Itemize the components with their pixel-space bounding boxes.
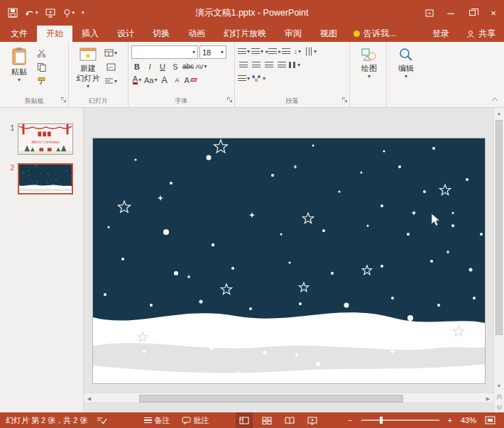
comment-icon [182,417,191,424]
shrink-font-button[interactable]: A [171,74,182,86]
tab-view[interactable]: 视图 [311,26,346,42]
slide-canvas[interactable] [92,138,486,384]
new-slide-dropdown-icon[interactable]: ▾ [87,84,89,89]
start-slideshow-button[interactable] [43,7,57,19]
tab-design[interactable]: 设计 [108,26,143,42]
tab-transitions[interactable]: 切换 [143,26,179,42]
drawing-button[interactable]: 绘图 ▾ [353,44,385,95]
font-name-combobox[interactable]: ▾ [131,45,198,59]
zoom-percentage[interactable]: 43% [461,416,476,424]
zoom-in-button[interactable]: + [445,412,455,428]
line-spacing-button[interactable]: ↕▾ [292,45,303,57]
ribbon-display-options-button[interactable] [419,0,440,26]
slide-2-thumbnail[interactable] [18,163,73,194]
horizontal-scroll-thumb[interactable] [139,395,403,402]
horizontal-scrollbar[interactable]: ◀ ▶ [84,393,493,403]
zoom-slider[interactable] [361,419,439,421]
slideshow-icon [45,9,55,18]
numbering-button[interactable]: ▾ [251,45,263,57]
slide-layout-button[interactable]: ▾ [104,47,117,59]
underline-button[interactable]: U [157,60,168,72]
columns-button[interactable]: ▾ [289,59,300,71]
paste-dropdown-icon[interactable]: ▾ [18,77,21,82]
text-shadow-button[interactable]: S [170,60,181,72]
previous-slide-button[interactable] [494,391,504,402]
increase-indent-button[interactable]: ▸ [278,45,290,57]
align-right-button[interactable] [263,59,275,71]
format-painter-button[interactable] [35,75,47,87]
italic-button[interactable]: I [144,60,155,72]
scroll-left-button[interactable]: ◀ [84,393,94,404]
decrease-indent-button[interactable]: ◂ [265,45,277,57]
editing-button[interactable]: 编辑 ▾ [390,44,422,95]
scroll-up-button[interactable]: ▲ [494,108,504,119]
align-left-button[interactable] [238,59,249,71]
touch-mouse-mode-button[interactable]: ▾ [60,7,77,19]
grow-font-button[interactable]: A [158,74,170,86]
bullets-button[interactable]: ▾ [238,45,250,57]
comments-button[interactable]: 批注 [179,412,212,428]
tab-slideshow[interactable]: 幻灯片放映 [214,26,275,42]
tab-file[interactable]: 文件 [1,26,37,42]
reading-view-button[interactable] [281,412,298,428]
numbering-caret-icon: ▾ [261,49,263,54]
spell-check-icon [97,416,107,424]
align-text-button[interactable]: ▾ [238,72,250,84]
tab-insert[interactable]: 插入 [72,26,108,42]
font-size-combobox[interactable]: 18 ▾ [199,45,226,59]
slide-1-thumbnail[interactable]: Merry Christmas [18,124,73,155]
vertical-scroll-track[interactable] [494,119,504,380]
strikethrough-button[interactable]: abc [182,60,194,72]
text-direction-button[interactable]: ▾ [305,45,317,57]
touch-mode-icon [62,9,72,18]
minimize-button[interactable]: ─ [440,0,461,26]
scroll-right-button[interactable]: ▶ [483,393,493,404]
spell-check-button[interactable] [94,412,110,428]
slide-1-item[interactable]: 1 Merry Christmas [0,124,83,155]
maximize-button[interactable] [461,0,483,26]
cut-button[interactable] [35,47,47,59]
bold-button[interactable]: B [131,60,143,72]
collapse-ribbon-button[interactable] [491,92,498,104]
fit-slide-to-window-button[interactable] [482,412,498,428]
tab-review[interactable]: 审阅 [275,26,311,42]
new-slide-button[interactable]: 新建 幻灯片 ▾ [72,44,104,95]
customize-qat-button[interactable]: ▾ [80,9,87,17]
next-slide-button[interactable] [494,402,504,412]
undo-button[interactable]: ▾ [23,7,40,18]
justify-button[interactable] [276,59,287,71]
reading-view-icon [285,417,295,424]
sign-in-button[interactable]: 登录 [424,26,458,42]
clear-formatting-button[interactable]: A [184,74,196,86]
share-button[interactable]: 共享 [458,26,504,42]
copy-button[interactable] [35,61,47,73]
save-button[interactable] [6,6,20,19]
slideshow-view-button[interactable] [304,412,321,428]
close-button[interactable]: × [483,0,504,26]
vertical-scroll-thumb[interactable] [495,120,503,335]
zoom-slider-thumb[interactable] [380,417,383,424]
notes-button[interactable]: 备注 [141,412,173,428]
paste-label: 粘贴 [11,67,27,76]
touch-mode-dropdown-icon[interactable]: ▾ [72,10,75,16]
font-color-button[interactable]: A ▾ [131,74,143,86]
vertical-scrollbar[interactable]: ▲ ▼ [493,108,504,412]
normal-view-button[interactable] [236,412,253,428]
slide-sorter-view-button[interactable] [258,412,275,428]
tab-animations[interactable]: 动画 [179,26,214,42]
change-case-button[interactable]: Aa ▾ [144,74,157,86]
tell-me-box[interactable]: 告诉我... [346,26,403,42]
slide-1-caption: Merry Christmas [31,140,60,144]
tab-home[interactable]: 开始 [37,26,72,42]
reset-slide-button[interactable] [104,61,117,73]
slide-editor-canvas[interactable]: ◀ ▶ [84,108,493,412]
character-spacing-button[interactable]: AV ▾ [195,60,207,72]
undo-dropdown-icon[interactable]: ▾ [35,10,38,16]
slide-2-item[interactable]: 2 [0,163,83,194]
zoom-out-button[interactable]: − [345,412,355,428]
section-button[interactable]: ▾ [104,75,117,87]
paste-button[interactable]: 粘贴 ▾ [3,44,35,95]
convert-smartart-button[interactable]: ▾ [251,72,265,84]
scroll-down-button[interactable]: ▼ [494,380,504,391]
align-center-button[interactable] [251,59,262,71]
